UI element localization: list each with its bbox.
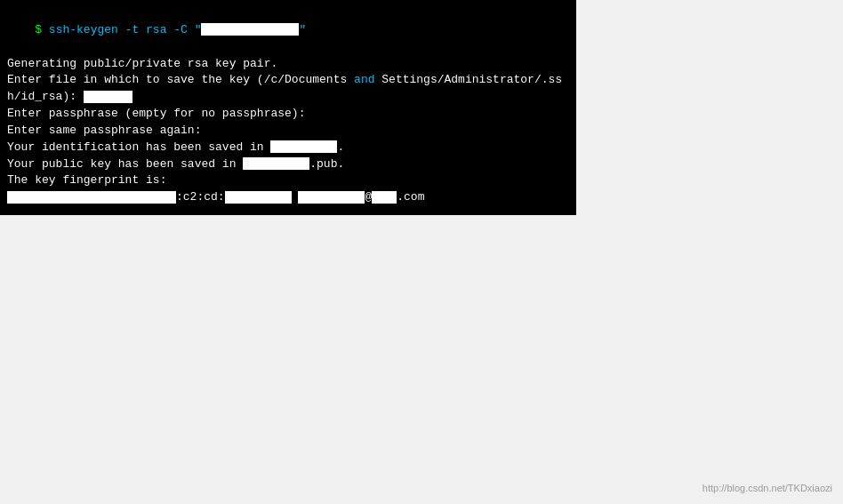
redacted-fingerprint-1 [7,191,176,204]
redacted-domain-prefix [372,191,397,204]
fingerprint-label: The key fingerprint is: [7,172,569,189]
redacted-fingerprint-3 [298,191,365,204]
same-passphrase-line: Enter same passphrase again: [7,123,569,140]
redacted-email [201,23,299,36]
generating-line: Generating public/private rsa key pair. [7,56,569,73]
redacted-pub-path [243,157,309,170]
identification-line: Your identification has been saved in . [7,140,569,156]
command-line: $ ssh-keygen -t rsa -C " " [7,5,569,56]
command-text: ssh-keygen -t rsa -C " [49,23,202,36]
redacted-fingerprint-2 [225,191,292,204]
redacted-id-path [270,140,337,153]
enter-file-line1: Enter file in which to save the key (/c/… [7,72,569,89]
public-key-line: Your public key has been saved in .pub. [7,156,569,173]
prompt-dollar: $ [35,23,49,36]
redacted-path [84,91,132,103]
fingerprint-line: :c2:cd: @ .com [7,189,569,206]
terminal-window: $ ssh-keygen -t rsa -C " " Generating pu… [0,0,576,215]
watermark: http://blog.csdn.net/TKDxiaozi [702,483,832,493]
passphrase-line: Enter passphrase (empty for no passphras… [7,106,569,123]
enter-file-line2: h/id_rsa): [7,89,569,106]
command-quote: " [299,23,306,36]
